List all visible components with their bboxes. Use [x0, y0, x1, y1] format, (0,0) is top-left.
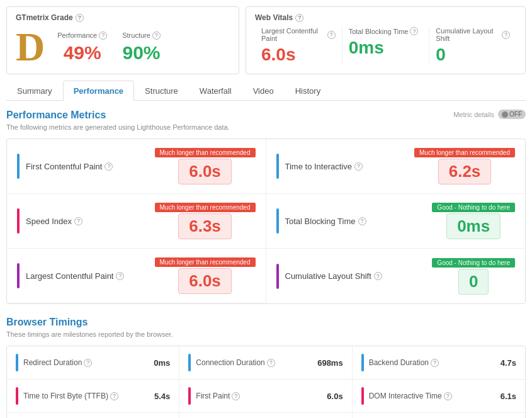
metric-value-0: 6.0s: [178, 159, 232, 184]
lcp-value: 6.0s: [261, 45, 336, 65]
browser-timings-title: Browser Timings: [6, 317, 526, 328]
timing-cell-0: Redirect Duration ?0ms: [7, 346, 179, 380]
vitals-row: Largest Contentful Paint ? 6.0s Total Bl…: [255, 27, 516, 65]
metric-details-label: Metric details: [453, 111, 494, 118]
lcp-info-icon[interactable]: ?: [327, 31, 336, 39]
timing-cell-1: Connection Duration ?698ms: [179, 346, 352, 380]
timing-info-icon-5[interactable]: ?: [444, 392, 452, 400]
timing-cell-6: DOM Content Loaded Time ?6.2s: [7, 413, 179, 418]
metric-name-4: Largest Contentful Paint ?: [26, 271, 149, 281]
metrics-header: Metric details OFF: [453, 110, 526, 119]
performance-label: Performance ?: [57, 31, 107, 40]
timing-value-3: 5.4s: [154, 392, 170, 401]
metric-accent-1: [276, 154, 279, 179]
performance-value: 49%: [57, 42, 107, 64]
performance-info-icon[interactable]: ?: [99, 31, 107, 40]
metric-value-4: 6.0s: [178, 268, 232, 294]
grade-letter: D: [16, 27, 45, 67]
tab-summary[interactable]: Summary: [6, 81, 63, 101]
metric-name-5: Cumulative Layout Shift ?: [285, 271, 426, 281]
metric-value-1: 6.2s: [438, 159, 492, 184]
metric-row-1: Time to Interactive ?Much longer than re…: [266, 139, 526, 194]
timing-label-2: Backend Duration ?: [369, 358, 495, 367]
metrics-grid: First Contentful Paint ?Much longer than…: [6, 138, 526, 304]
timing-cell-7: Onload Time ?7.0s: [179, 413, 352, 418]
timing-value-4: 6.0s: [327, 392, 342, 401]
cls-label: Cumulative Layout Shift ?: [436, 27, 510, 42]
browser-timings-subtitle: These timings are milestones reported by…: [6, 330, 526, 338]
metric-badge-0: Much longer than recommended: [155, 148, 256, 157]
toggle-off[interactable]: OFF: [498, 110, 526, 119]
page-container: GTmetrix Grade ? D Performance ? 49%: [0, 0, 532, 418]
tab-structure[interactable]: Structure: [134, 81, 189, 101]
timing-accent-1: [188, 354, 191, 371]
timing-accent-5: [361, 387, 364, 405]
timing-value-0: 0ms: [154, 358, 170, 368]
timing-cell-4: First Paint ?6.0s: [179, 380, 352, 413]
metric-info-icon-0[interactable]: ?: [105, 162, 113, 171]
timing-label-3: Time to First Byte (TTFB) ?: [23, 392, 149, 400]
grade-metrics: Performance ? 49% Structure ? 90%: [57, 31, 161, 64]
cls-value: 0: [436, 45, 510, 65]
metric-info-icon-4[interactable]: ?: [116, 272, 124, 280]
tbt-value: 0ms: [349, 38, 423, 58]
metric-badge-container-4: Much longer than recommended6.0s: [155, 257, 256, 294]
metric-info-icon-3[interactable]: ?: [358, 217, 366, 225]
metric-badge-container-3: Good - Nothing to do here0ms: [432, 203, 515, 239]
timing-info-icon-0[interactable]: ?: [84, 359, 92, 367]
timing-label-0: Redirect Duration ?: [23, 358, 149, 367]
metric-accent-4: [17, 263, 20, 288]
web-vitals-info-icon[interactable]: ?: [295, 14, 303, 22]
timing-label-4: First Paint ?: [196, 392, 322, 400]
structure-label: Structure ?: [122, 31, 161, 40]
tab-performance[interactable]: Performance: [63, 81, 134, 101]
top-row: GTmetrix Grade ? D Performance ? 49%: [6, 6, 526, 74]
metric-badge-1: Much longer than recommended: [414, 148, 515, 157]
timing-info-icon-4[interactable]: ?: [232, 392, 240, 400]
timing-info-icon-2[interactable]: ?: [431, 359, 439, 367]
metric-name-0: First Contentful Paint ?: [26, 162, 149, 171]
structure-info-icon[interactable]: ?: [152, 31, 161, 40]
metric-value-3: 0ms: [446, 213, 501, 239]
timing-info-icon-1[interactable]: ?: [267, 359, 275, 367]
toggle-dot: [502, 111, 508, 118]
gtmetrix-inner: D Performance ? 49% Structure ?: [16, 27, 230, 67]
structure-value: 90%: [122, 42, 161, 64]
metric-info-icon-2[interactable]: ?: [74, 217, 82, 225]
metric-badge-2: Much longer than recommended: [155, 203, 256, 212]
metric-accent-2: [17, 208, 20, 234]
timing-value-1: 698ms: [317, 358, 342, 368]
cls-info-icon[interactable]: ?: [502, 31, 510, 39]
tab-waterfall[interactable]: Waterfall: [189, 81, 242, 101]
metric-info-icon-5[interactable]: ?: [374, 272, 382, 280]
metric-row-0: First Contentful Paint ?Much longer than…: [7, 139, 266, 194]
metric-info-icon-1[interactable]: ?: [354, 162, 363, 171]
timing-accent-2: [361, 354, 364, 371]
web-vitals-title-text: Web Vitals: [255, 13, 293, 22]
tab-history[interactable]: History: [285, 81, 331, 101]
web-vitals-title: Web Vitals ?: [255, 13, 516, 22]
metric-badge-5: Good - Nothing to do here: [432, 258, 515, 268]
performance-section-title: Performance Metrics: [6, 110, 230, 121]
lcp-label: Largest Contentful Paint ?: [261, 27, 336, 42]
gtmetrix-info-icon[interactable]: ?: [76, 14, 84, 22]
metric-badge-3: Good - Nothing to do here: [432, 203, 515, 212]
timing-label-1: Connection Duration ?: [196, 358, 312, 367]
browser-timings-section: Browser Timings These timings are milest…: [6, 317, 526, 418]
timing-value-5: 6.1s: [501, 392, 516, 401]
tabs-bar: SummaryPerformanceStructureWaterfallVide…: [6, 81, 526, 101]
metric-row-2: Speed Index ?Much longer than recommende…: [7, 194, 266, 249]
lcp-vital: Largest Contentful Paint ? 6.0s: [255, 27, 342, 65]
metric-value-5: 0: [458, 269, 489, 295]
performance-section: Performance Metrics The following metric…: [6, 110, 526, 304]
tab-video[interactable]: Video: [242, 81, 285, 101]
gtmetrix-card: GTmetrix Grade ? D Performance ? 49%: [6, 6, 239, 74]
timing-accent-0: [16, 354, 18, 371]
timing-info-icon-3[interactable]: ?: [110, 392, 118, 400]
tbt-info-icon[interactable]: ?: [410, 27, 418, 35]
metric-row-3: Total Blocking Time ?Good - Nothing to d…: [266, 194, 526, 249]
timing-cell-8: Fully Loaded Time ?7.6s: [353, 413, 525, 418]
metric-badge-4: Much longer than recommended: [155, 257, 256, 267]
timing-value-2: 4.7s: [501, 358, 516, 368]
performance-metric: Performance ? 49%: [57, 31, 107, 64]
